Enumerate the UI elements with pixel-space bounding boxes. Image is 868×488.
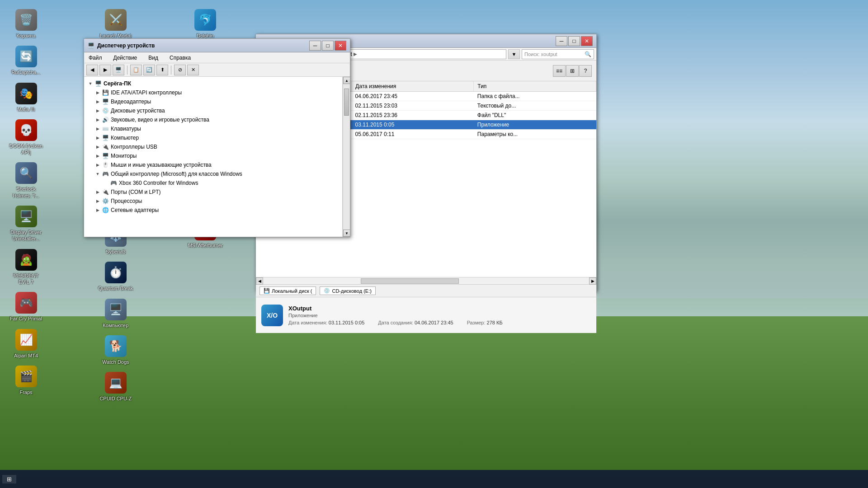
syberia-label: Syberia3 xyxy=(106,249,125,255)
view-help-button[interactable]: ? xyxy=(579,65,592,77)
tree-item-processors[interactable]: ▶ ⚙️ Процессоры xyxy=(86,197,340,206)
desktop-icon-alpari[interactable]: 📈 Alpari MT4 xyxy=(7,327,45,361)
file-type: Приложение xyxy=(474,120,596,130)
fm-minimize-button[interactable]: ─ xyxy=(556,36,567,46)
desktop-icon-dolphin[interactable]: 🐬 Dolphin xyxy=(186,7,225,41)
created-meta: Дата создания: 04.06.2017 23:45 xyxy=(378,320,453,325)
device-manager-icon: 🖥️ xyxy=(88,42,94,49)
menu-help[interactable]: Справка xyxy=(167,54,193,62)
tree-item-network[interactable]: ▶ 🌐 Сетевые адаптеры xyxy=(86,206,340,215)
sherlock-label: Sherlock Holmes: T... xyxy=(8,186,44,199)
scroll-up-arrow[interactable]: ▲ xyxy=(343,77,350,84)
col-date[interactable]: Дата изменения xyxy=(352,81,474,92)
toolbar-disable[interactable]: ⊘ xyxy=(174,65,186,75)
taskbar: ⊞ xyxy=(0,470,868,488)
toolbar-update[interactable]: ⬆ xyxy=(156,65,168,75)
tree-item-ide[interactable]: ▶ 💾 IDE ATA/ATAPI контроллеры xyxy=(86,88,340,97)
h-scroll-track[interactable] xyxy=(263,277,589,284)
toolbar-sep xyxy=(127,66,127,75)
fm-close-button[interactable]: ✕ xyxy=(581,36,593,46)
modified-meta: Дата изменения: 03.11.2015 0:05 xyxy=(288,320,364,325)
recaptcha-label: RuCaptcha... xyxy=(11,69,40,75)
start-button[interactable]: ⊞ xyxy=(2,475,16,483)
tree-scrollbar[interactable]: ▲ ▼ xyxy=(343,77,350,237)
minimize-button[interactable]: ─ xyxy=(309,41,321,51)
close-button[interactable]: ✕ xyxy=(335,41,346,51)
device-tree-pane[interactable]: ▼ 🖥️ Серёга-ПК ▶ 💾 IDE ATA/ATAPI контрол… xyxy=(84,77,343,237)
tree-item-keyboard[interactable]: ▶ ⌨️ Клавиатуры xyxy=(86,124,340,133)
msi-label: MSI Afterburner xyxy=(188,242,223,249)
tree-item-mouse[interactable]: ▶ 🖱️ Мыши и иные указывающие устройства xyxy=(86,160,340,169)
menu-view[interactable]: Вид xyxy=(146,54,160,62)
scroll-left-arrow[interactable]: ◀ xyxy=(256,277,263,285)
h-scroll-thumb[interactable] xyxy=(361,278,458,284)
search-text: Поиск: xoutput xyxy=(524,52,557,57)
view-split-button[interactable]: ⊞ xyxy=(566,65,579,77)
resident-icon: 🧟 xyxy=(15,249,37,271)
tree-root[interactable]: ▼ 🖥️ Серёга-ПК xyxy=(86,79,340,88)
search-box[interactable]: Поиск: xoutput 🔍 xyxy=(522,49,594,59)
tree-item-usb[interactable]: ▶ 🔌 Контроллеры USB xyxy=(86,142,340,151)
device-manager-title: 🖥️ Диспетчер устройств xyxy=(88,42,155,49)
sherlock-icon: 🔍 xyxy=(15,162,37,184)
preview-metadata: Дата изменения: 03.11.2015 0:05 Дата соз… xyxy=(288,320,591,325)
alpari-label: Alpari MT4 xyxy=(14,352,38,359)
view-details-button[interactable]: ≡≡ xyxy=(553,65,566,77)
tree-item-general-controller[interactable]: ▼ 🎮 Общий контроллер (Microsoft) для кла… xyxy=(86,169,340,178)
toolbar-uninstall[interactable]: ✕ xyxy=(187,65,199,75)
maximize-button[interactable]: □ xyxy=(322,41,334,51)
toolbar-scan[interactable]: 🔄 xyxy=(143,65,155,75)
search-icon: 🔍 xyxy=(585,51,591,57)
toolbar-forward[interactable]: ▶ xyxy=(99,65,111,75)
cd-drive-button[interactable]: 💿 CD-дисковод (E:) xyxy=(320,286,375,295)
file-type: Параметры ко... xyxy=(474,130,596,139)
toolbar-properties[interactable]: 📋 xyxy=(130,65,142,75)
scroll-track[interactable] xyxy=(343,84,350,230)
fm-maximize-button[interactable]: □ xyxy=(568,36,580,46)
alpari-icon: 📈 xyxy=(15,329,37,351)
scroll-thumb[interactable] xyxy=(344,89,349,116)
desktop-icon-mafia[interactable]: 🎭 Mafia III xyxy=(7,80,45,115)
hdd-icon: 💾 xyxy=(264,288,270,294)
horizontal-scrollbar[interactable]: ◀ ▶ xyxy=(256,277,596,284)
fm-dropdown-button[interactable]: ▼ xyxy=(508,49,520,59)
menu-action[interactable]: Действие xyxy=(111,54,140,62)
desktop-icon-trash[interactable]: 🗑️ Корзина xyxy=(7,7,45,41)
tree-item-disk[interactable]: ▶ 💿 Дисковые устройства xyxy=(86,106,340,115)
scroll-right-arrow[interactable]: ▶ xyxy=(589,277,596,285)
preview-info: XOutput Приложение Дата изменения: 03.11… xyxy=(288,305,591,325)
desktop-icon-computer[interactable]: 🖥️ Компьютер xyxy=(96,296,135,331)
tree-item-video[interactable]: ▶ 🖥️ Видеоадаптеры xyxy=(86,97,340,106)
doom-label: DOOM [Vulkan API] xyxy=(8,143,44,156)
desktop-icon-fraps[interactable]: 🎬 Fraps xyxy=(7,363,45,398)
window-controls: ─ □ ✕ xyxy=(309,41,346,51)
doom-icon: 💀 xyxy=(15,119,37,141)
scroll-down-arrow[interactable]: ▼ xyxy=(343,230,350,237)
toolbar-up[interactable]: 🖥️ xyxy=(113,65,124,75)
toolbar-back[interactable]: ◀ xyxy=(86,65,98,75)
col-type[interactable]: Тип xyxy=(474,81,596,92)
menu-file[interactable]: Файл xyxy=(86,54,104,62)
desktop-icon-farcry[interactable]: 🎮 Far Cry Primal xyxy=(7,290,45,324)
file-date: 05.06.2017 0:11 xyxy=(352,130,474,139)
root-icon: 🖥️ xyxy=(94,80,102,87)
tree-item-monitors[interactable]: ▶ 🖥️ Мониторы xyxy=(86,151,340,160)
desktop-icon-cpuid[interactable]: 💻 CPUID CPU-Z xyxy=(96,370,135,404)
tree-item-sound[interactable]: ▶ 🔊 Звуковые, видео и игровые устройства xyxy=(86,115,340,124)
desktop-icon-resident[interactable]: 🧟 RESIDENT EVIL 7 xyxy=(7,247,45,288)
preview-filename: XOutput xyxy=(288,305,591,312)
desktop-icon-recaptcha[interactable]: 🔄 RuCaptcha... xyxy=(7,43,45,78)
device-manager-content: ▼ 🖥️ Серёга-ПК ▶ 💾 IDE ATA/ATAPI контрол… xyxy=(84,77,350,237)
local-disk-button[interactable]: 💾 Локальный диск ( xyxy=(259,286,316,295)
fm-window-controls: ─ □ ✕ xyxy=(556,36,593,46)
desktop-icon-doom[interactable]: 💀 DOOM [Vulkan API] xyxy=(7,117,45,158)
farcry-icon: 🎮 xyxy=(15,292,37,314)
desktop-icon-watchdogs[interactable]: 🐕 Watch Dogs xyxy=(96,333,135,367)
desktop-icon-sherlock[interactable]: 🔍 Sherlock Holmes: T... xyxy=(7,160,45,201)
desktop-icon-display[interactable]: 🖥️ Display Driver Uninstaller... xyxy=(7,203,45,244)
tree-item-ports[interactable]: ▶ 🔌 Порты (COM и LPT) xyxy=(86,188,340,197)
tree-item-computer[interactable]: ▶ 🖥️ Компьютер xyxy=(86,133,340,142)
file-date: 03.11.2015 0:05 xyxy=(352,120,474,130)
desktop-icon-quantum[interactable]: ⏱️ Quantum Break xyxy=(96,259,135,294)
tree-item-xbox360[interactable]: 🎮 Xbox 360 Controller for Windows xyxy=(86,178,340,188)
